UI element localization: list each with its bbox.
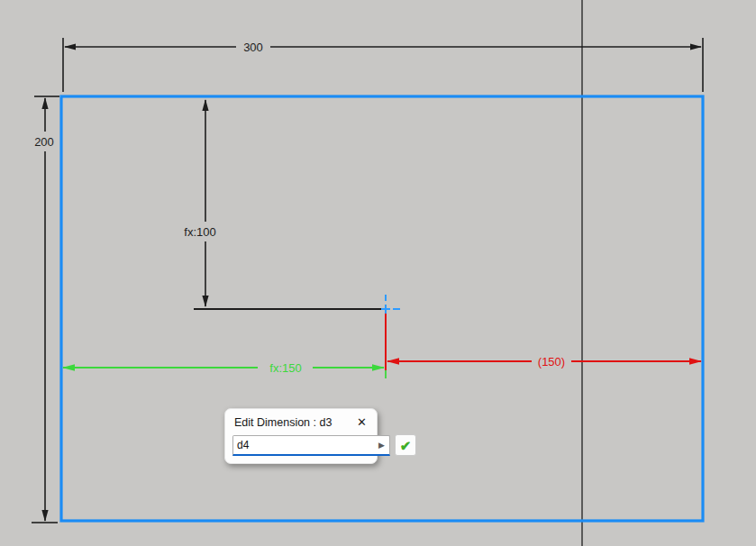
sketch-canvas: 300 200 fx:100 fx:150 [0,0,756,546]
arrowhead-right [690,43,702,50]
dimension-overall-width: 300 [63,38,703,92]
arrowhead-top [41,97,48,109]
dimension-label-200[interactable]: 200 [34,135,54,149]
arrowhead-bottom [41,510,48,522]
arrowhead-bottom [202,296,208,307]
arrowhead-left [64,43,76,50]
dimension-horizontal-fx150: fx:150 [62,361,386,378]
dimension-input-wrap: ▶ [232,435,390,456]
dimension-horizontal-150-driven: (150) [386,309,702,370]
checkmark-icon: ✔ [400,439,412,452]
confirm-button[interactable]: ✔ [395,434,416,456]
dimension-overall-height: 200 [32,96,59,523]
dimension-label-300[interactable]: 300 [243,41,263,54]
close-icon[interactable]: ✕ [357,417,367,428]
dimension-input[interactable] [237,439,377,451]
dimension-label-150-driven[interactable]: (150) [538,355,565,369]
arrowhead-left [62,364,75,371]
dialog-title: Edit Dimension : d3 [234,416,332,429]
arrowhead-left [387,358,399,365]
dimension-label-fx150[interactable]: fx:150 [269,361,301,375]
flyout-arrow-icon[interactable]: ▶ [377,441,387,450]
dialog-header: Edit Dimension : d3 ✕ [225,409,377,433]
sketch-graphics: 300 200 fx:100 fx:150 [0,0,756,546]
arrowhead-top [202,99,208,111]
dialog-body: ▶ ✔ [225,433,377,463]
edit-dimension-dialog: Edit Dimension : d3 ✕ ▶ ✔ [224,408,378,464]
sketch-point-marker[interactable] [381,295,400,314]
arrowhead-right [689,358,702,365]
dimension-vertical-fx100: fx:100 [184,99,384,309]
dimension-label-fx100[interactable]: fx:100 [184,225,215,239]
arrowhead-right [372,364,385,371]
